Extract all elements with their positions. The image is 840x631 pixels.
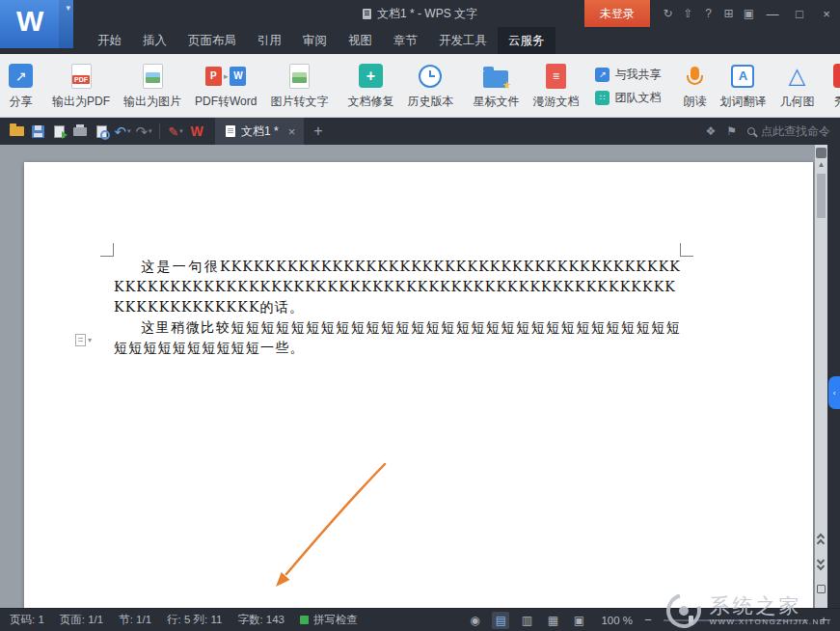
- zoom-slider-thumb[interactable]: [689, 616, 693, 625]
- zoom-out-icon[interactable]: −: [641, 613, 655, 627]
- print-preview-icon[interactable]: [91, 121, 112, 142]
- spell-check-icon: [300, 616, 309, 624]
- switch-ui-icon[interactable]: ▣: [739, 7, 759, 20]
- team-docs-icon: ∷: [595, 91, 610, 105]
- paragraph-options-control[interactable]: ▾: [75, 334, 92, 346]
- undo-icon[interactable]: ↶▾: [112, 121, 133, 142]
- paragraph[interactable]: 这是一句很KKKKKKKKKKKKKKKKKKKKKKKKKKKKKKKKKKK…: [114, 257, 681, 317]
- line-column-info[interactable]: 行: 5 列: 11: [167, 613, 222, 627]
- export-icon[interactable]: [48, 121, 69, 142]
- document-text[interactable]: 这是一句很KKKKKKKKKKKKKKKKKKKKKKKKKKKKKKKKKKK…: [114, 257, 681, 358]
- wps-logo[interactable]: W ▾: [0, 0, 73, 48]
- share-button[interactable]: ↗ 分享: [2, 57, 40, 115]
- tab-home[interactable]: 开始: [87, 27, 132, 54]
- pdf-to-word-button[interactable]: P▸W PDF转Word: [188, 57, 263, 115]
- save-icon[interactable]: [27, 121, 48, 142]
- image-to-text-button[interactable]: 图片转文字: [263, 57, 335, 115]
- page-view-icon[interactable]: ▤: [492, 612, 509, 629]
- next-page-button[interactable]: [815, 554, 827, 573]
- document-page[interactable]: 这是一句很KKKKKKKKKKKKKKKKKKKKKKKKKKKKKKKKKKK…: [24, 162, 813, 608]
- flag-icon[interactable]: ⚑: [726, 124, 737, 138]
- document-tab-icon: [226, 125, 235, 137]
- document-tab[interactable]: 文档1 * ×: [215, 118, 304, 145]
- translate-icon: A: [731, 65, 754, 88]
- team-docs-button[interactable]: ∷ 团队文档: [595, 90, 661, 106]
- document-area: 这是一句很KKKKKKKKKKKKKKKKKKKKKKKKKKKKKKKKKKK…: [0, 145, 840, 608]
- repair-icon: +: [359, 64, 383, 88]
- tab-review[interactable]: 审阅: [292, 27, 338, 54]
- roaming-docs-button[interactable]: ≡ 漫游文档: [526, 57, 585, 115]
- maximize-button[interactable]: □: [786, 0, 813, 27]
- tab-close-icon[interactable]: ×: [288, 124, 296, 139]
- help-icon[interactable]: ?: [698, 7, 718, 20]
- tab-page-layout[interactable]: 页面布局: [177, 27, 247, 54]
- print-icon[interactable]: [69, 121, 91, 142]
- new-tab-button[interactable]: +: [304, 123, 332, 140]
- quick-access-toolbar: ↶▾ ↷▾ ✎▾ W 文档1 * × + ❖ ⚑ 点此查找命令: [0, 118, 840, 145]
- select-browse-object-button[interactable]: [817, 585, 826, 593]
- zoom-in-icon[interactable]: +: [817, 613, 830, 627]
- page-number[interactable]: 页码: 1: [10, 613, 44, 627]
- minimize-button[interactable]: —: [759, 0, 786, 27]
- clock-icon: [419, 65, 442, 88]
- scroll-up-arrow[interactable]: ▲: [815, 161, 827, 169]
- show-hall-button[interactable]: ◆ 秀堂: [826, 57, 840, 115]
- skin-icon[interactable]: ⊞: [718, 7, 739, 20]
- shared-with-me-button[interactable]: ↗ 与我共享: [595, 67, 661, 83]
- translate-button[interactable]: A 划词翻译: [713, 57, 772, 115]
- close-button[interactable]: ×: [813, 0, 840, 27]
- geometry-button[interactable]: △ 几何图: [772, 57, 821, 115]
- window-title-text: 文档1 * - WPS 文字: [377, 6, 477, 22]
- tab-dev-tools[interactable]: 开发工具: [428, 27, 498, 54]
- previous-page-button[interactable]: [815, 531, 827, 550]
- w-plugin-icon[interactable]: W: [186, 121, 207, 142]
- document-tab-label: 文档1 *: [241, 123, 279, 140]
- spell-check[interactable]: 拼写检查: [300, 613, 358, 627]
- tools-icon[interactable]: ❖: [705, 124, 716, 138]
- triangle-icon: △: [789, 65, 806, 87]
- right-edge-panel: ‹: [827, 145, 840, 608]
- chevron-down-icon: ▾: [88, 336, 92, 344]
- export-image-button[interactable]: 输出为图片: [117, 57, 188, 115]
- zoom-slider[interactable]: [664, 619, 808, 621]
- outline-view-icon[interactable]: ▦: [544, 612, 561, 629]
- sidebar-toggle-icon[interactable]: [816, 148, 826, 158]
- export-pdf-button[interactable]: PDF 输出为PDF: [45, 57, 117, 115]
- read-aloud-button[interactable]: 朗读: [676, 57, 713, 115]
- section-info[interactable]: 节: 1/1: [119, 613, 151, 627]
- starred-files-button[interactable]: ★ 星标文件: [466, 57, 526, 115]
- sync-icon[interactable]: ↻: [658, 7, 678, 20]
- share-icon: ↗: [9, 64, 33, 88]
- login-button[interactable]: 未登录: [584, 0, 650, 27]
- fullscreen-icon[interactable]: ▣: [570, 612, 587, 629]
- paragraph[interactable]: 这里稍微比较短短短短短短短短短短短短短短短短短短短短短短短短短短短短短短短短短短…: [114, 317, 681, 358]
- tab-references[interactable]: 引用: [247, 27, 292, 54]
- tab-insert[interactable]: 插入: [132, 27, 177, 54]
- command-search[interactable]: 点此查找命令: [747, 123, 830, 140]
- page-count[interactable]: 页面: 1/1: [60, 613, 103, 627]
- wps-logo-letter: W: [16, 5, 43, 38]
- ocr-icon: [289, 64, 310, 89]
- zoom-level[interactable]: 100 %: [601, 615, 633, 626]
- doc-repair-button[interactable]: + 文档修复: [340, 57, 400, 115]
- web-view-icon[interactable]: ▥: [518, 612, 535, 629]
- history-version-button[interactable]: 历史版本: [400, 57, 460, 115]
- format-painter-icon[interactable]: ✎▾: [165, 121, 186, 142]
- tab-section[interactable]: 章节: [383, 27, 428, 54]
- microphone-icon: [691, 67, 699, 80]
- roaming-doc-icon: ≡: [546, 64, 566, 89]
- open-file-icon[interactable]: [6, 121, 27, 142]
- eye-protect-icon[interactable]: ◉: [466, 612, 483, 629]
- word-count[interactable]: 字数: 143: [237, 613, 285, 627]
- tab-view[interactable]: 视图: [338, 27, 383, 54]
- side-panel-tab[interactable]: ‹: [828, 376, 840, 409]
- cloud-docs-group: ↗ 与我共享 ∷ 团队文档: [585, 57, 670, 115]
- document-icon: [363, 9, 371, 19]
- vertical-scrollbar[interactable]: ▲: [815, 145, 827, 608]
- upgrade-icon[interactable]: ⇧: [678, 7, 698, 20]
- quickbar-right: ❖ ⚑ 点此查找命令: [705, 123, 840, 140]
- scrollbar-thumb[interactable]: [817, 174, 826, 218]
- tab-cloud-service[interactable]: 云服务: [498, 27, 555, 54]
- redo-icon[interactable]: ↷▾: [133, 121, 154, 142]
- title-bar-controls: 未登录 ↻ ⇧ ? ⊞ ▣ — □ ×: [584, 0, 840, 27]
